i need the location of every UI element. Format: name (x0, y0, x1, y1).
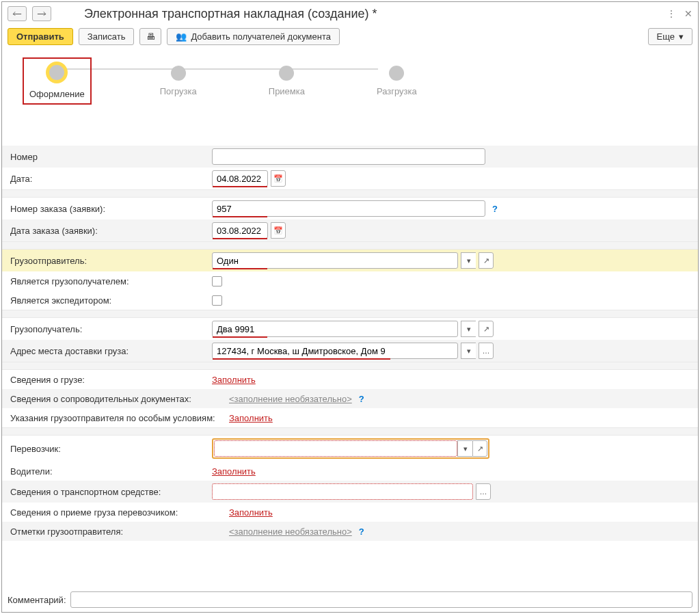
delivery-addr-input[interactable] (212, 343, 458, 359)
print-button[interactable]: 🖶 (139, 28, 161, 45)
open-button[interactable]: ↗ (479, 321, 494, 337)
dropdown-button[interactable]: ▾ (457, 440, 472, 457)
page-title: Электронная транспортная накладная (созд… (84, 7, 377, 21)
menu-dots-icon[interactable]: ⋮ (667, 8, 676, 19)
cargo-info-label: Сведения о грузe: (10, 375, 212, 385)
wizard-steps: Оформление Погрузка Приемка Разгрузка (2, 51, 698, 118)
calendar-button[interactable]: 📅 (271, 222, 286, 239)
optional-fill-link[interactable]: <заполнение необязательно> (229, 394, 352, 404)
calendar-icon: 📅 (273, 226, 283, 235)
save-button[interactable]: Записать (79, 28, 135, 45)
step-razgruzka[interactable]: Разгрузка (377, 66, 417, 96)
open-icon: ↗ (477, 444, 483, 453)
number-label: Номер (10, 152, 212, 162)
help-icon[interactable]: ? (492, 204, 498, 214)
date-label: Дата: (10, 174, 212, 184)
dropdown-button[interactable]: ▾ (461, 343, 476, 359)
vehicle-label: Сведения о транспортном средстве: (10, 487, 212, 497)
carrier-accept-label: Сведения о приеме груза перевозчиком: (10, 507, 229, 518)
help-icon[interactable]: ? (359, 394, 364, 404)
carrier-label: Перевозчик: (10, 444, 212, 454)
fill-link[interactable]: Заполнить (212, 375, 256, 385)
close-icon[interactable]: ✕ (684, 8, 692, 19)
vehicle-input[interactable] (212, 483, 473, 500)
shipper-marks-label: Отметки грузоотправителя: (10, 526, 229, 537)
is-consignee-label: Является грузополучателем: (10, 276, 212, 286)
ellipsis-icon: … (480, 488, 487, 496)
accomp-docs-label: Сведения о сопроводительных документах: (10, 394, 229, 404)
is-expeditor-label: Является экспедитором: (10, 295, 212, 306)
dropdown-button[interactable]: ▾ (461, 321, 476, 337)
optional-fill-link[interactable]: <заполнение необязательно> (229, 526, 352, 537)
order-no-label: Номер заказа (заявки): (10, 204, 212, 214)
dropdown-button[interactable]: ▾ (461, 252, 476, 269)
delivery-addr-label: Адрес места доставки груза: (10, 346, 212, 356)
step-label: Погрузка (160, 86, 197, 96)
window-header: 🡐 🡒 Электронная транспортная накладная (… (2, 2, 698, 25)
number-input[interactable] (212, 148, 485, 165)
order-date-input[interactable] (212, 222, 268, 239)
fill-link[interactable]: Заполнить (229, 413, 273, 423)
nav-back-button[interactable]: 🡐 (8, 6, 27, 21)
is-consignee-checkbox[interactable] (212, 276, 222, 286)
more-button[interactable]: Еще ▾ (648, 28, 692, 45)
calendar-icon: 📅 (273, 174, 283, 183)
users-icon: 👥 (176, 31, 187, 42)
step-pogruzka[interactable]: Погрузка (160, 66, 197, 96)
date-input[interactable] (212, 170, 268, 187)
step-label: Разгрузка (377, 86, 417, 96)
step-priemka[interactable]: Приемка (269, 66, 305, 96)
form-area: Номер Дата: 📅 Номер заказа (заявки): ? Д… (2, 146, 698, 541)
fill-link[interactable]: Заполнить (229, 507, 273, 518)
fill-link[interactable]: Заполнить (212, 466, 256, 477)
order-date-label: Дата заказа (заявки): (10, 226, 212, 236)
step-oformlenie[interactable]: Оформление (23, 57, 92, 105)
consignee-label: Грузополучатель: (10, 324, 212, 334)
is-expeditor-checkbox[interactable] (212, 295, 222, 306)
chevron-down-icon: ▾ (467, 256, 471, 265)
print-icon: 🖶 (146, 31, 155, 42)
open-icon: ↗ (483, 256, 489, 265)
drivers-label: Водители: (10, 466, 212, 477)
add-recipients-button[interactable]: 👥 Добавить получателей документа (167, 28, 340, 45)
ellipsis-button[interactable]: … (479, 343, 494, 359)
chevron-down-icon: ▾ (467, 325, 471, 334)
help-icon[interactable]: ? (359, 526, 364, 537)
toolbar: Отправить Записать 🖶 👥 Добавить получате… (2, 25, 698, 51)
order-no-input[interactable] (212, 200, 485, 217)
comment-input[interactable] (70, 591, 693, 608)
send-button[interactable]: Отправить (8, 28, 73, 45)
shipper-input[interactable] (212, 252, 458, 269)
carrier-input[interactable] (214, 440, 457, 457)
ellipsis-button[interactable]: … (476, 483, 491, 500)
ellipsis-icon: … (483, 347, 490, 355)
nav-forward-button[interactable]: 🡒 (32, 6, 51, 21)
consignee-input[interactable] (212, 321, 458, 337)
step-label: Оформление (29, 89, 85, 99)
open-button[interactable]: ↗ (472, 440, 487, 457)
open-icon: ↗ (483, 325, 489, 334)
chevron-down-icon: ▾ (467, 347, 471, 356)
open-button[interactable]: ↗ (479, 252, 494, 269)
calendar-button[interactable]: 📅 (271, 170, 286, 187)
special-instructions-label: Указания грузоотправителя по особым усло… (10, 413, 229, 423)
step-label: Приемка (269, 86, 305, 96)
comment-label: Комментарий: (8, 595, 66, 605)
shipper-label: Грузоотправитель: (10, 256, 212, 266)
chevron-down-icon: ▾ (679, 31, 684, 42)
add-recipients-label: Добавить получателей документа (191, 31, 331, 42)
more-label: Еще (657, 31, 675, 42)
chevron-down-icon: ▾ (463, 444, 468, 453)
